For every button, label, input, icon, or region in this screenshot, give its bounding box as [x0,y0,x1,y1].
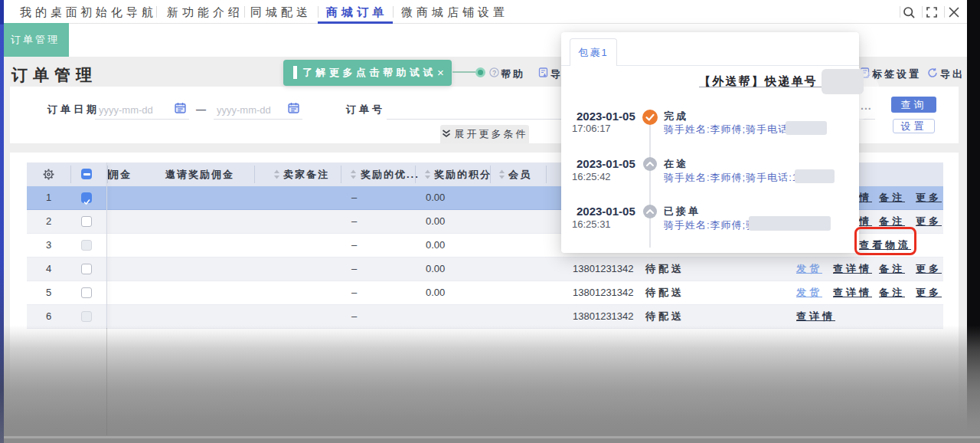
svg-text:?: ? [492,69,496,77]
